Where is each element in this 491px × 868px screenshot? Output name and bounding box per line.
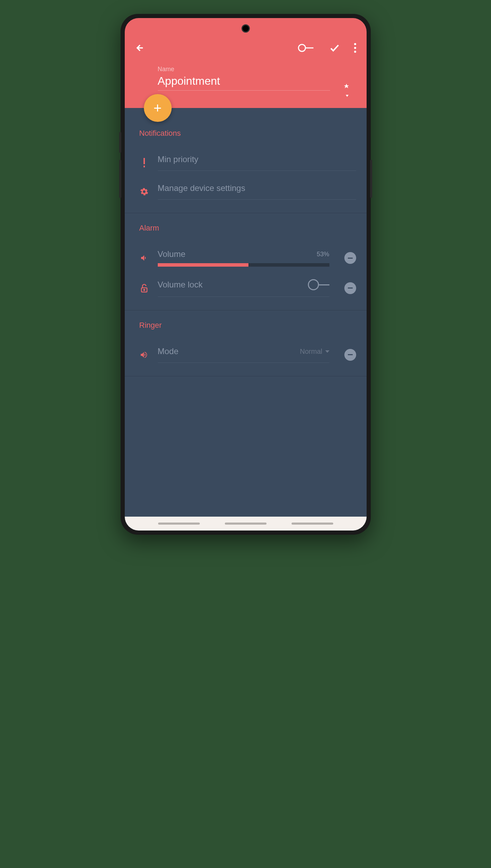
name-input[interactable] xyxy=(158,75,330,91)
mode-value: Normal xyxy=(300,348,322,356)
volume-row: Volume 53% xyxy=(139,243,356,273)
phone-frame: Name + Notifications xyxy=(121,14,371,535)
confirm-icon[interactable] xyxy=(329,42,340,53)
ringer-section: Ringer Mode Normal xyxy=(125,310,367,376)
volume-lock-label: Volume lock xyxy=(158,280,203,290)
phone-side-button xyxy=(119,160,121,198)
content-area: Notifications Min priority xyxy=(125,108,367,481)
toolbar xyxy=(135,42,356,53)
section-title: Ringer xyxy=(135,321,356,330)
nav-recents[interactable] xyxy=(158,523,200,525)
manage-settings-row[interactable]: Manage device settings xyxy=(139,177,356,206)
remove-button[interactable] xyxy=(344,252,356,264)
nav-home[interactable] xyxy=(225,523,267,525)
section-title: Notifications xyxy=(135,129,356,138)
section-title: Alarm xyxy=(135,224,356,233)
lock-open-icon xyxy=(139,283,149,293)
navigation-bar xyxy=(125,517,367,531)
remove-button[interactable] xyxy=(344,349,356,361)
svg-point-0 xyxy=(298,44,305,51)
phone-screen: Name + Notifications xyxy=(125,18,367,531)
chevron-down-icon xyxy=(325,350,329,353)
svg-marker-2 xyxy=(344,84,349,88)
nav-back[interactable] xyxy=(292,523,333,525)
ringer-icon xyxy=(139,350,149,360)
mode-label: Mode xyxy=(158,347,179,356)
camera-notch xyxy=(242,24,250,33)
empty-section xyxy=(125,376,367,481)
minus-icon xyxy=(348,258,353,259)
notifications-section: Notifications Min priority xyxy=(125,108,367,213)
gear-icon xyxy=(139,187,149,197)
plus-icon: + xyxy=(154,101,162,115)
volume-slider[interactable] xyxy=(158,263,329,267)
overflow-menu-icon[interactable] xyxy=(354,43,356,53)
header-toggle-icon[interactable] xyxy=(298,43,315,53)
volume-lock-toggle[interactable] xyxy=(308,279,329,290)
minus-icon xyxy=(348,354,353,355)
night-mode-icon[interactable] xyxy=(338,79,353,99)
svg-rect-4 xyxy=(144,158,145,164)
ringer-mode-row[interactable]: Mode Normal xyxy=(139,340,356,369)
volume-label: Volume xyxy=(158,249,186,259)
priority-icon xyxy=(139,158,149,168)
volume-slider-fill xyxy=(158,263,249,267)
setting-label: Manage device settings xyxy=(158,183,245,193)
svg-rect-5 xyxy=(144,166,145,167)
mode-dropdown[interactable]: Normal xyxy=(300,348,329,356)
phone-side-button xyxy=(119,132,121,153)
volume-percent: 53% xyxy=(317,251,329,258)
phone-side-button xyxy=(370,160,372,198)
svg-marker-3 xyxy=(346,95,349,97)
name-label: Name xyxy=(158,66,330,73)
min-priority-row[interactable]: Min priority xyxy=(139,148,356,177)
add-button[interactable]: + xyxy=(144,94,172,122)
volume-lock-row: Volume lock xyxy=(139,273,356,303)
minus-icon xyxy=(348,287,353,289)
volume-icon xyxy=(139,253,149,263)
svg-point-7 xyxy=(144,289,145,290)
alarm-section: Alarm Volume 53% xyxy=(125,213,367,310)
remove-button[interactable] xyxy=(344,282,356,294)
back-icon[interactable] xyxy=(135,43,145,53)
setting-label: Min priority xyxy=(158,155,198,164)
